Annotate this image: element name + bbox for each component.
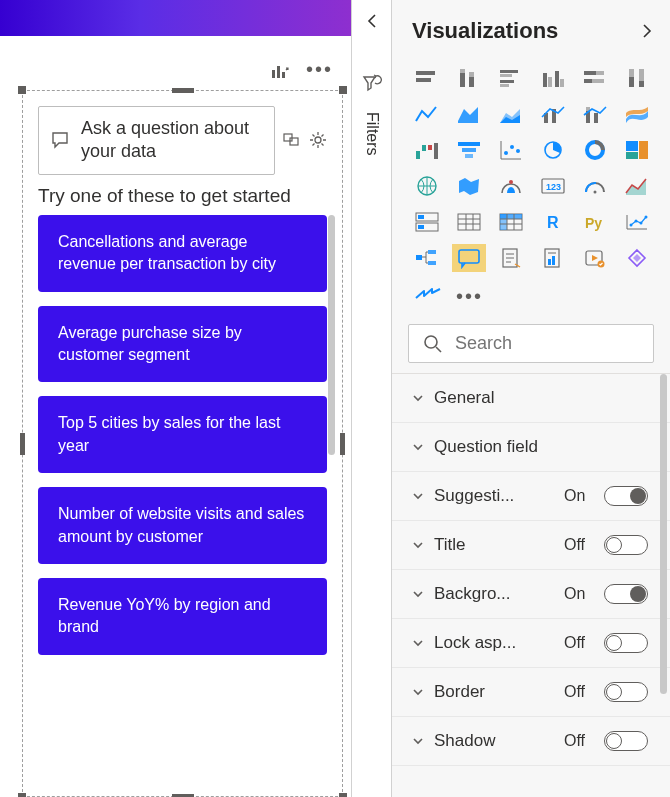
toggle-switch[interactable] [604,633,648,653]
format-section-suggestions[interactable]: Suggesti... On [392,472,670,521]
viz-scatter[interactable] [494,136,528,164]
filters-label[interactable]: Filters [363,112,381,156]
svg-rect-72 [459,250,479,263]
viz-python[interactable]: Py [578,208,612,236]
format-label: Title [434,535,466,555]
svg-rect-32 [586,111,590,123]
suggestion-item[interactable]: Number of website visits and sales amoun… [38,487,327,564]
suggestion-item[interactable]: Cancellations and average revenue per tr… [38,215,327,292]
viz-r[interactable]: R [536,208,570,236]
resize-handle[interactable] [20,433,25,455]
viz-get-more[interactable] [414,284,442,312]
viz-funnel[interactable] [452,136,486,164]
viz-decomposition-tree[interactable] [410,244,444,272]
viz-power-automate[interactable] [578,244,612,272]
toggle-switch[interactable] [604,535,648,555]
svg-rect-33 [586,107,590,111]
svg-rect-38 [434,143,438,159]
report-canvas: ••• Ask a question about your data [0,0,352,797]
reset-filters-icon[interactable] [362,74,382,92]
qna-input-box[interactable]: Ask a question about your data [38,106,275,175]
format-search[interactable] [408,324,654,363]
viz-power-apps[interactable] [620,244,654,272]
format-section-title[interactable]: Title Off [392,521,670,570]
viz-key-influencers[interactable] [620,208,654,236]
format-search-input[interactable] [455,333,670,354]
resize-handle[interactable] [172,88,194,93]
toggle-switch[interactable] [604,682,648,702]
scrollbar[interactable] [328,215,335,455]
svg-point-42 [504,151,508,155]
viz-table[interactable] [452,208,486,236]
viz-line-clustered-column[interactable] [536,100,570,128]
svg-rect-62 [500,214,507,230]
chevron-down-icon [412,588,424,600]
viz-line-stacked-column[interactable] [578,100,612,128]
format-section-background[interactable]: Backgro... On [392,570,670,619]
viz-smart-narrative[interactable] [536,244,570,272]
viz-area[interactable] [452,100,486,128]
viz-gauge[interactable] [578,172,612,200]
viz-treemap[interactable] [620,136,654,164]
chevron-right-icon[interactable] [640,24,654,38]
resize-handle[interactable] [339,793,347,797]
viz-card[interactable]: 123 [536,172,570,200]
viz-qna[interactable] [452,244,486,272]
format-section-shadow[interactable]: Shadow Off [392,717,670,766]
chevron-left-icon[interactable] [365,14,379,28]
svg-rect-24 [584,79,604,83]
viz-clustered-column[interactable] [536,64,570,92]
viz-kpi[interactable] [620,172,654,200]
chevron-down-icon [412,735,424,747]
format-section-border[interactable]: Border Off [392,668,670,717]
resize-handle[interactable] [18,793,26,797]
viz-multirow-card[interactable] [410,208,444,236]
svg-point-44 [516,149,520,153]
format-section-question-field[interactable]: Question field [392,423,670,472]
viz-line[interactable] [410,100,444,128]
viz-stacked-area[interactable] [494,100,528,128]
viz-clustered-bar[interactable] [494,64,528,92]
toggle-switch[interactable] [604,731,648,751]
svg-rect-55 [416,213,438,221]
viz-arcgis-map[interactable] [494,172,528,200]
format-section-general[interactable]: General [392,374,670,423]
gear-icon[interactable] [309,131,327,149]
qna-visual-container: Ask a question about your data Try one o… [22,90,343,797]
toggle-switch[interactable] [604,486,648,506]
toggle-switch[interactable] [604,584,648,604]
suggestion-item[interactable]: Average purchase size by customer segmen… [38,306,327,383]
svg-rect-14 [500,70,518,73]
suggestion-item[interactable]: Revenue YoY% by region and brand [38,578,327,655]
qna-visual[interactable]: Ask a question about your data Try one o… [28,96,337,791]
viz-stacked-column-100[interactable] [620,64,654,92]
svg-point-45 [545,142,561,158]
viz-donut[interactable] [578,136,612,164]
viz-paginated-report[interactable] [494,244,528,272]
viz-ribbon[interactable] [620,100,654,128]
more-options-icon[interactable]: ••• [306,64,333,78]
scrollbar[interactable] [660,374,667,694]
bar-chart-icon[interactable] [270,62,292,80]
viz-filled-map[interactable] [452,172,486,200]
viz-stacked-bar[interactable] [410,64,444,92]
viz-matrix[interactable] [494,208,528,236]
search-icon [423,334,443,354]
format-section-lock-aspect[interactable]: Lock asp... Off [392,619,670,668]
resize-handle[interactable] [339,86,347,94]
viz-stacked-bar-100[interactable] [578,64,612,92]
viz-waterfall[interactable] [410,136,444,164]
convert-visual-icon[interactable] [283,131,301,149]
format-label: Backgro... [434,584,511,604]
svg-rect-13 [469,72,474,77]
resize-handle[interactable] [340,433,345,455]
svg-rect-20 [555,71,559,87]
suggestions-heading: Try one of these to get started [28,183,337,215]
viz-pie[interactable] [536,136,570,164]
viz-map[interactable] [410,172,444,200]
suggestion-item[interactable]: Top 5 cities by sales for the last year [38,396,327,473]
gallery-more-icon[interactable]: ••• [456,291,483,305]
viz-stacked-column[interactable] [452,64,486,92]
resize-handle[interactable] [18,86,26,94]
svg-rect-8 [416,78,424,82]
